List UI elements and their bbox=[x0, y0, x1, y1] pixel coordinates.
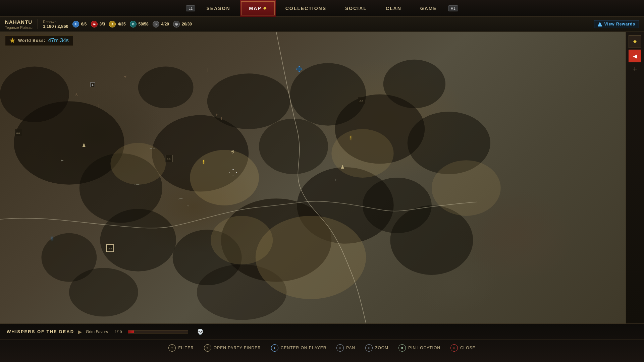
dungeon-marker-4[interactable]: ⌂⌂ bbox=[106, 244, 114, 252]
enemy-marker-2: ⊢ bbox=[124, 75, 127, 78]
world-boss-timer: World Boss: 47m 34s bbox=[5, 35, 73, 46]
navigate-left-button[interactable]: ◀ bbox=[629, 50, 641, 62]
party-finder-control: ✛ Open Party Finder bbox=[204, 344, 261, 352]
enemy-marker-3: | bbox=[99, 104, 100, 108]
waypoint-icon-1: ◆ bbox=[90, 82, 95, 87]
progress-dungeons: ☠ 3/3 bbox=[91, 21, 105, 27]
l1-button[interactable]: L1 bbox=[186, 5, 195, 11]
renown-value: 1,190 / 2,860 bbox=[43, 24, 68, 29]
nav-clan[interactable]: CLAN bbox=[376, 0, 411, 17]
pin-label: Pin Location bbox=[408, 346, 440, 350]
waypoint-1[interactable]: ◆ bbox=[90, 82, 95, 87]
statue-marker: ♟ bbox=[82, 142, 86, 148]
progress-events: ! 4/35 bbox=[109, 21, 125, 27]
zoom-button-icon[interactable]: ● bbox=[365, 344, 373, 352]
pan-label: Pan bbox=[346, 346, 355, 350]
compass-diamond bbox=[633, 40, 637, 43]
dungeon-marker-1[interactable]: ⌂⌂ bbox=[15, 129, 22, 136]
enemy-marker-1: ⊢ bbox=[76, 93, 79, 97]
quest-progress-fill bbox=[128, 330, 134, 333]
nav-map[interactable]: MAP bbox=[240, 0, 276, 17]
enemy-small-1: ⊢ bbox=[335, 178, 338, 182]
event-marker-2[interactable]: ! bbox=[350, 135, 352, 141]
region-name: NAHANTU bbox=[5, 19, 33, 25]
plus-icon: + bbox=[633, 65, 637, 73]
filter-control: ✛ Filter bbox=[168, 344, 194, 352]
region-header: NAHANTU Teganze Plateau Renown: 1,190 / … bbox=[0, 17, 644, 32]
pin-location-control: ■ Pin Location bbox=[398, 344, 440, 352]
pin-button-icon[interactable]: ■ bbox=[398, 344, 406, 352]
zoom-label: Zoom bbox=[375, 346, 388, 350]
center-player-label: Center on Player bbox=[281, 346, 326, 350]
divider2 bbox=[197, 19, 197, 29]
compass-button[interactable] bbox=[629, 35, 641, 48]
dpad2-icon: ✛ bbox=[206, 347, 209, 349]
dungeon-icon-4: ⌂⌂ bbox=[106, 244, 114, 252]
progress-cellars: ⌂ 4/20 bbox=[153, 21, 169, 27]
waypoint-blue[interactable] bbox=[296, 66, 302, 72]
player-icon bbox=[229, 169, 237, 176]
nav-game[interactable]: GAME bbox=[411, 0, 446, 17]
event-icon-prog: ! bbox=[109, 21, 116, 27]
world-boss-label: World Boss: bbox=[18, 38, 45, 43]
area-icon-prog: ⊙ bbox=[130, 21, 137, 27]
close-label: Close bbox=[460, 346, 476, 350]
waypoint-count: 6/6 bbox=[81, 22, 87, 26]
close-circle-icon: ● bbox=[453, 346, 455, 350]
enemy-marker-4: | bbox=[208, 68, 209, 72]
dungeon-icon-2: ⌂⌂ bbox=[165, 155, 172, 162]
progress-areas: ⊙ 58/58 bbox=[130, 21, 149, 27]
quest-progress-bar bbox=[128, 330, 188, 334]
bottom-bar: WHISPERS OF THE DEAD ▶ Grim Favors 1/10 … bbox=[0, 323, 644, 362]
waypoint-icon-prog: ✦ bbox=[72, 21, 79, 27]
cellar-icon-prog: ⌂ bbox=[153, 21, 159, 27]
controls-bar: ✛ Filter ✛ Open Party Finder ● Center on… bbox=[0, 340, 644, 356]
top-navigation: L1 SEASON MAP COLLECTIONS SOCIAL CLAN GA… bbox=[0, 0, 644, 17]
statue-marker-2: ♟ bbox=[340, 164, 345, 170]
map-area[interactable]: World Boss: 47m 34s ⌂⌂ ⌂⌂ ⌂⌂ ⌂⌂ ◆ ⊢ ⊢ | … bbox=[0, 32, 644, 323]
right-panel: ◀ + bbox=[626, 32, 644, 323]
pan-icon: ● bbox=[339, 346, 341, 350]
nav-social[interactable]: SOCIAL bbox=[336, 0, 376, 17]
challenge-count: 20/30 bbox=[182, 22, 192, 26]
quest-progress-text: 1/10 bbox=[115, 330, 122, 334]
dungeon-marker-2[interactable]: ⌂⌂ bbox=[165, 155, 172, 162]
region-info: NAHANTU Teganze Plateau bbox=[5, 19, 33, 29]
dungeon-marker-3[interactable]: ⌂⌂ bbox=[358, 97, 365, 104]
enemy-marker-6: ⊢ bbox=[216, 113, 219, 117]
pin-icon: ■ bbox=[401, 346, 403, 350]
party-finder-button-icon[interactable]: ✛ bbox=[204, 344, 211, 352]
party-finder-label: Open Party Finder bbox=[214, 346, 261, 350]
r1-button[interactable]: R1 bbox=[448, 5, 458, 11]
dungeon-icon-prog: ☠ bbox=[91, 21, 98, 27]
progress-waypoints: ✦ 6/6 bbox=[72, 21, 87, 27]
enemy-marker-7: ⊢ bbox=[61, 159, 64, 162]
map-background bbox=[0, 32, 644, 323]
pan-button-icon[interactable]: ● bbox=[336, 344, 344, 352]
pan-control: ● Pan bbox=[336, 344, 355, 352]
view-rewards-button[interactable]: View Rewards bbox=[594, 20, 639, 28]
dungeon-icon-3: ⌂⌂ bbox=[358, 97, 365, 104]
nav-season[interactable]: SEASON bbox=[197, 0, 239, 17]
dungeon-count: 3/3 bbox=[100, 22, 105, 26]
quest-arrow: ▶ bbox=[78, 329, 82, 335]
enemy-marker-5: | bbox=[221, 117, 222, 120]
zoom-control: ● Zoom bbox=[365, 344, 388, 352]
filter-button-icon[interactable]: ✛ bbox=[168, 344, 176, 352]
center-player-control: ● Center on Player bbox=[271, 344, 326, 352]
challenge-icon-prog: ◎ bbox=[173, 21, 180, 27]
center-player-button-icon[interactable]: ● bbox=[271, 344, 278, 352]
event-marker-blue[interactable]: ! bbox=[51, 236, 53, 242]
map-diamond-icon bbox=[263, 7, 267, 10]
quest-name: WHISPERS OF THE DEAD bbox=[7, 329, 74, 334]
zoom-in-button[interactable]: + bbox=[630, 64, 640, 74]
nav-collections[interactable]: COLLECTIONS bbox=[276, 0, 336, 17]
close-button-icon[interactable]: ● bbox=[450, 344, 458, 352]
warrior-marker: ⛨ bbox=[230, 149, 235, 154]
area-count: 58/58 bbox=[139, 22, 149, 26]
event-marker-1[interactable]: ! bbox=[203, 159, 205, 165]
divider bbox=[38, 19, 38, 29]
arrow-left-icon: ◀ bbox=[633, 53, 637, 59]
quest-subname: Grim Favors bbox=[86, 329, 108, 334]
event-exclamation-2: ! bbox=[350, 135, 352, 140]
